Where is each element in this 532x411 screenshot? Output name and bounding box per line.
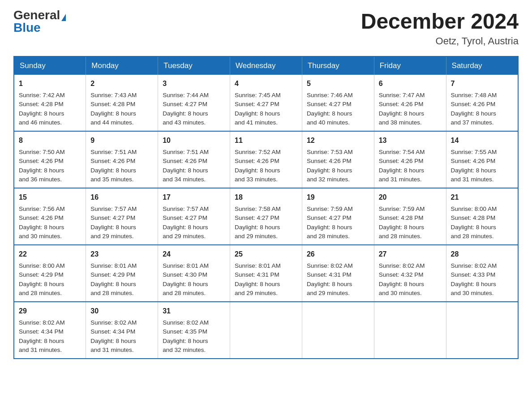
day-info: Sunrise: 8:01 AMSunset: 4:30 PMDaylight:… [163,261,225,298]
day-info: Sunrise: 8:01 AMSunset: 4:29 PMDaylight:… [90,261,153,298]
day-info: Sunrise: 7:51 AMSunset: 4:26 PMDaylight:… [163,148,225,184]
day-cell: 12 Sunrise: 7:53 AMSunset: 4:26 PMDaylig… [302,131,374,188]
day-number: 2 [90,78,153,89]
logo-blue-text: Blue [13,21,41,34]
day-info: Sunrise: 8:02 AMSunset: 4:34 PMDaylight:… [19,318,81,355]
day-info: Sunrise: 7:59 AMSunset: 4:28 PMDaylight:… [379,205,442,241]
day-cell: 24 Sunrise: 8:01 AMSunset: 4:30 PMDaylig… [158,245,230,302]
day-cell: 4 Sunrise: 7:45 AMSunset: 4:27 PMDayligh… [230,75,302,131]
week-row-3: 15 Sunrise: 7:56 AMSunset: 4:26 PMDaylig… [14,188,518,245]
day-cell: 19 Sunrise: 7:59 AMSunset: 4:27 PMDaylig… [302,188,374,245]
day-number: 15 [19,192,81,203]
day-info: Sunrise: 7:59 AMSunset: 4:27 PMDaylight:… [307,205,369,241]
header: General Blue December 2024 Oetz, Tyrol, … [13,9,519,47]
day-cell: 6 Sunrise: 7:47 AMSunset: 4:26 PMDayligh… [374,75,446,131]
day-cell [230,302,302,359]
day-number: 26 [307,249,369,260]
day-number: 24 [163,249,225,260]
day-cell: 3 Sunrise: 7:44 AMSunset: 4:27 PMDayligh… [158,75,230,131]
day-number: 27 [379,249,442,260]
header-sunday: Sunday [14,56,86,75]
header-monday: Monday [86,56,158,75]
day-info: Sunrise: 7:43 AMSunset: 4:28 PMDaylight:… [90,91,153,127]
logo-general-line: General [13,9,66,21]
header-thursday: Thursday [302,56,374,75]
week-row-5: 29 Sunrise: 8:02 AMSunset: 4:34 PMDaylig… [14,302,518,359]
day-info: Sunrise: 7:57 AMSunset: 4:27 PMDaylight:… [163,205,225,241]
day-info: Sunrise: 7:53 AMSunset: 4:26 PMDaylight:… [307,148,369,184]
day-cell: 25 Sunrise: 8:01 AMSunset: 4:31 PMDaylig… [230,245,302,302]
day-info: Sunrise: 8:02 AMSunset: 4:35 PMDaylight:… [163,318,225,355]
day-info: Sunrise: 8:01 AMSunset: 4:31 PMDaylight:… [235,261,297,298]
header-wednesday: Wednesday [230,56,302,75]
day-cell: 21 Sunrise: 8:00 AMSunset: 4:28 PMDaylig… [446,188,518,245]
day-info: Sunrise: 7:54 AMSunset: 4:26 PMDaylight:… [379,148,442,184]
day-cell: 7 Sunrise: 7:48 AMSunset: 4:26 PMDayligh… [446,75,518,131]
day-number: 14 [451,135,513,146]
day-cell: 14 Sunrise: 7:55 AMSunset: 4:26 PMDaylig… [446,131,518,188]
title-area: December 2024 Oetz, Tyrol, Austria [361,9,519,47]
calendar-header-row: SundayMondayTuesdayWednesdayThursdayFrid… [14,56,518,75]
day-info: Sunrise: 7:51 AMSunset: 4:26 PMDaylight:… [90,148,153,184]
day-number: 17 [163,192,225,203]
day-number: 29 [19,306,81,317]
day-info: Sunrise: 8:02 AMSunset: 4:34 PMDaylight:… [90,318,153,355]
day-number: 6 [379,78,442,89]
day-number: 31 [163,306,225,317]
day-number: 30 [90,306,153,317]
day-info: Sunrise: 8:00 AMSunset: 4:28 PMDaylight:… [451,205,513,241]
day-cell: 1 Sunrise: 7:42 AMSunset: 4:28 PMDayligh… [14,75,86,131]
week-row-4: 22 Sunrise: 8:00 AMSunset: 4:29 PMDaylig… [14,245,518,302]
day-cell: 20 Sunrise: 7:59 AMSunset: 4:28 PMDaylig… [374,188,446,245]
day-cell: 13 Sunrise: 7:54 AMSunset: 4:26 PMDaylig… [374,131,446,188]
day-info: Sunrise: 8:02 AMSunset: 4:32 PMDaylight:… [379,261,442,298]
day-cell: 28 Sunrise: 8:02 AMSunset: 4:33 PMDaylig… [446,245,518,302]
day-cell: 18 Sunrise: 7:58 AMSunset: 4:27 PMDaylig… [230,188,302,245]
day-cell: 17 Sunrise: 7:57 AMSunset: 4:27 PMDaylig… [158,188,230,245]
day-info: Sunrise: 7:50 AMSunset: 4:26 PMDaylight:… [19,148,81,184]
logo: General Blue [13,9,66,34]
day-info: Sunrise: 7:44 AMSunset: 4:27 PMDaylight:… [163,91,225,127]
day-cell: 16 Sunrise: 7:57 AMSunset: 4:27 PMDaylig… [86,188,158,245]
day-cell: 26 Sunrise: 8:02 AMSunset: 4:31 PMDaylig… [302,245,374,302]
day-number: 13 [379,135,442,146]
day-cell: 23 Sunrise: 8:01 AMSunset: 4:29 PMDaylig… [86,245,158,302]
day-cell [374,302,446,359]
logo-general-text: General [13,8,60,22]
day-number: 5 [307,78,369,89]
day-info: Sunrise: 7:57 AMSunset: 4:27 PMDaylight:… [90,205,153,241]
day-cell: 31 Sunrise: 8:02 AMSunset: 4:35 PMDaylig… [158,302,230,359]
day-number: 18 [235,192,297,203]
day-info: Sunrise: 7:45 AMSunset: 4:27 PMDaylight:… [235,91,297,127]
logo-triangle-icon [61,14,66,21]
day-number: 16 [90,192,153,203]
header-saturday: Saturday [446,56,518,75]
day-number: 4 [235,78,297,89]
day-info: Sunrise: 7:52 AMSunset: 4:26 PMDaylight:… [235,148,297,184]
day-cell: 10 Sunrise: 7:51 AMSunset: 4:26 PMDaylig… [158,131,230,188]
day-cell: 8 Sunrise: 7:50 AMSunset: 4:26 PMDayligh… [14,131,86,188]
day-cell: 11 Sunrise: 7:52 AMSunset: 4:26 PMDaylig… [230,131,302,188]
day-number: 21 [451,192,513,203]
day-info: Sunrise: 7:55 AMSunset: 4:26 PMDaylight:… [451,148,513,184]
week-row-1: 1 Sunrise: 7:42 AMSunset: 4:28 PMDayligh… [14,75,518,131]
day-info: Sunrise: 8:02 AMSunset: 4:33 PMDaylight:… [451,261,513,298]
day-info: Sunrise: 8:00 AMSunset: 4:29 PMDaylight:… [19,261,81,298]
day-cell: 29 Sunrise: 8:02 AMSunset: 4:34 PMDaylig… [14,302,86,359]
day-number: 7 [451,78,513,89]
day-cell: 2 Sunrise: 7:43 AMSunset: 4:28 PMDayligh… [86,75,158,131]
day-cell: 5 Sunrise: 7:46 AMSunset: 4:27 PMDayligh… [302,75,374,131]
day-number: 10 [163,135,225,146]
day-number: 22 [19,249,81,260]
day-cell [302,302,374,359]
day-info: Sunrise: 7:56 AMSunset: 4:26 PMDaylight:… [19,205,81,241]
day-cell: 15 Sunrise: 7:56 AMSunset: 4:26 PMDaylig… [14,188,86,245]
day-info: Sunrise: 8:02 AMSunset: 4:31 PMDaylight:… [307,261,369,298]
day-number: 11 [235,135,297,146]
day-cell: 9 Sunrise: 7:51 AMSunset: 4:26 PMDayligh… [86,131,158,188]
day-info: Sunrise: 7:46 AMSunset: 4:27 PMDaylight:… [307,91,369,127]
day-cell: 22 Sunrise: 8:00 AMSunset: 4:29 PMDaylig… [14,245,86,302]
day-info: Sunrise: 7:58 AMSunset: 4:27 PMDaylight:… [235,205,297,241]
header-tuesday: Tuesday [158,56,230,75]
day-number: 25 [235,249,297,260]
